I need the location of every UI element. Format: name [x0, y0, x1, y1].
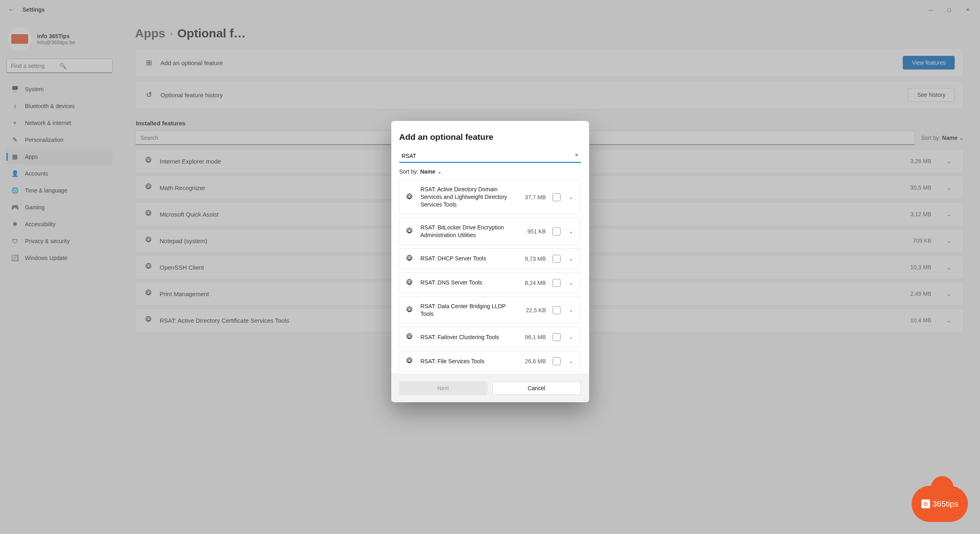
component-icon — [405, 193, 414, 202]
component-icon — [405, 306, 414, 315]
feature-size: 951 KB — [519, 228, 546, 235]
component-icon — [405, 227, 414, 236]
optional-feature-row[interactable]: RSAT: Active Directory Domain Services a… — [399, 180, 580, 215]
optional-feature-row[interactable]: RSAT: BitLocker Drive Encryption Adminis… — [399, 218, 580, 245]
chevron-down-icon[interactable]: ⌄ — [567, 229, 575, 234]
feature-checkbox[interactable] — [553, 255, 561, 263]
feature-name: RSAT: Active Directory Domain Services a… — [421, 186, 512, 209]
optional-feature-row[interactable]: RSAT: DNS Server Tools8,24 MB⌄ — [399, 272, 580, 293]
feature-checkbox[interactable] — [553, 357, 561, 365]
optional-feature-row[interactable]: RSAT: Failover Clustering Tools96,1 MB⌄ — [399, 327, 580, 348]
optional-feature-row[interactable]: RSAT: File Services Tools26,8 MB⌄ — [399, 351, 580, 372]
feature-checkbox[interactable] — [553, 306, 561, 314]
feature-size: 8,24 MB — [519, 280, 546, 286]
feature-size: 37,7 MB — [519, 194, 546, 201]
watermark-logo: O 365tips — [912, 486, 968, 522]
feature-checkbox[interactable] — [553, 227, 561, 235]
chevron-down-icon[interactable]: ⌄ — [567, 307, 575, 313]
dialog-title: Add an optional feature — [399, 132, 581, 142]
optional-feature-row[interactable]: RSAT: Data Center Bridging LLDP Tools22,… — [399, 297, 580, 324]
feature-checkbox[interactable] — [553, 193, 561, 201]
clear-search-icon[interactable]: ✕ — [575, 152, 579, 158]
feature-size: 9,73 MB — [519, 256, 546, 262]
chevron-down-icon[interactable]: ⌄ — [567, 358, 575, 364]
feature-size: 26,8 MB — [519, 358, 546, 364]
chevron-down-icon[interactable]: ⌄ — [567, 280, 575, 286]
feature-size: 22,5 KB — [519, 307, 546, 313]
dialog-sort[interactable]: Sort by: Name ⌄ — [399, 168, 581, 175]
optional-feature-row[interactable]: RSAT: DHCP Server Tools9,73 MB⌄ — [399, 248, 580, 269]
chevron-down-icon[interactable]: ⌄ — [567, 256, 575, 262]
feature-name: RSAT: File Services Tools — [421, 358, 512, 365]
feature-name: RSAT: DNS Server Tools — [421, 279, 512, 286]
component-icon — [405, 357, 414, 366]
feature-search-input[interactable] — [399, 150, 581, 163]
next-button[interactable]: Next — [399, 381, 487, 395]
feature-name: RSAT: Failover Clustering Tools — [421, 333, 512, 341]
component-icon — [405, 278, 414, 287]
component-icon — [405, 333, 414, 342]
feature-name: RSAT: DHCP Server Tools — [421, 255, 512, 262]
chevron-down-icon[interactable]: ⌄ — [567, 334, 575, 340]
component-icon — [405, 254, 414, 263]
feature-name: RSAT: Data Center Bridging LLDP Tools — [421, 303, 512, 318]
feature-checkbox[interactable] — [553, 333, 561, 341]
chevron-down-icon: ⌄ — [437, 168, 442, 175]
add-feature-dialog: Add an optional feature ✕ Sort by: Name … — [391, 121, 589, 402]
feature-checkbox[interactable] — [553, 279, 561, 287]
cancel-button[interactable]: Cancel — [492, 381, 581, 395]
chevron-down-icon[interactable]: ⌄ — [567, 194, 575, 200]
feature-name: RSAT: BitLocker Drive Encryption Adminis… — [421, 224, 512, 239]
feature-size: 96,1 MB — [519, 334, 546, 340]
